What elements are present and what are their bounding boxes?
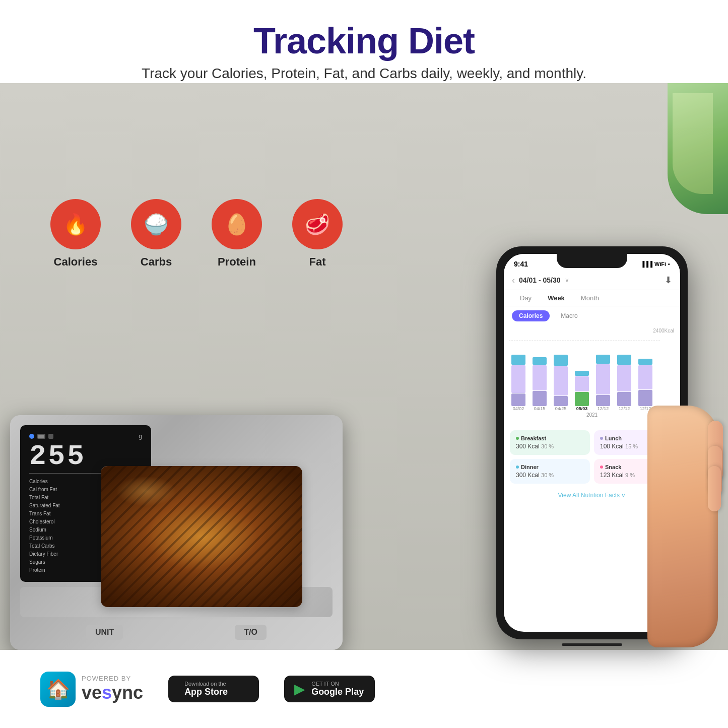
scale-wrapper: g 255 Calories 318.0 Kcal Cal from Fat 1… bbox=[10, 415, 343, 650]
bar-purple-4 bbox=[575, 376, 589, 391]
vesync-icon: 🏠 bbox=[40, 672, 76, 707]
phone-time: 9:41 bbox=[514, 260, 528, 268]
bar-stack-2 bbox=[533, 351, 547, 406]
tab-week[interactable]: Week bbox=[540, 290, 573, 306]
date-label-5: 12/12 bbox=[596, 406, 610, 411]
page-subtitle: Track your Calories, Protein, Fat, and C… bbox=[0, 65, 728, 82]
tare-button[interactable]: T/O bbox=[235, 625, 267, 640]
date-label-4: 05/03 bbox=[575, 406, 589, 411]
meal-card-breakfast: Breakfast 300 Kcal 30 % bbox=[510, 430, 590, 455]
powered-by-label: POWERED BY bbox=[82, 675, 143, 682]
bar-purple-7 bbox=[638, 365, 652, 389]
page-wrapper: Tracking Diet Track your Calories, Prote… bbox=[0, 0, 728, 728]
google-play-text: GET IT ON Google Play bbox=[311, 681, 364, 697]
breakfast-name: Breakfast bbox=[516, 435, 584, 441]
google-play-top: GET IT ON bbox=[311, 681, 364, 687]
google-play-icon: ▶ bbox=[294, 681, 305, 697]
bar-teal-1 bbox=[511, 355, 525, 365]
lunch-dot bbox=[600, 437, 603, 440]
main-content: 🔥 Calories 🍚 Carbs 🥚 Protein 🥩 Fat bbox=[0, 83, 728, 728]
icon-row: 🔥 Calories 🍚 Carbs 🥚 Protein 🥩 Fat bbox=[50, 199, 343, 269]
sub-tab-row: Calories Macro bbox=[504, 306, 680, 325]
page-title: Tracking Diet bbox=[0, 20, 728, 61]
battery-icon bbox=[37, 434, 45, 439]
carbs-icon-item: 🍚 Carbs bbox=[131, 199, 181, 269]
bar-teal-2 bbox=[533, 357, 547, 365]
tab-day[interactable]: Day bbox=[512, 290, 540, 306]
scale-unit: g bbox=[139, 433, 142, 440]
chart-dashed-line bbox=[509, 341, 660, 341]
app-store-button[interactable]: Download on the App Store bbox=[168, 676, 259, 702]
vesync-text-block: POWERED BY vesync bbox=[82, 675, 143, 703]
bar-teal-6 bbox=[617, 355, 631, 365]
sub-tab-calories[interactable]: Calories bbox=[512, 310, 550, 321]
calories-label: Calories bbox=[54, 255, 98, 269]
chart-bars bbox=[509, 325, 675, 406]
fat-icon-item: 🥩 Fat bbox=[292, 199, 343, 269]
vesync-app-icon: 🏠 bbox=[46, 678, 70, 700]
fat-label: Fat bbox=[309, 255, 326, 269]
bar-stack-4 bbox=[575, 351, 589, 406]
bar-stack-3 bbox=[554, 351, 568, 406]
carbs-icon-circle: 🍚 bbox=[131, 199, 181, 249]
bar-group-6 bbox=[617, 351, 631, 406]
meal-card-dinner: Dinner 300 Kcal 30 % bbox=[510, 459, 590, 484]
vesync-brand-name: vesync bbox=[82, 682, 143, 703]
lunch-percent: 15 % bbox=[625, 443, 638, 449]
google-play-button[interactable]: ▶ GET IT ON Google Play bbox=[284, 676, 375, 702]
fat-icon-circle: 🥩 bbox=[292, 199, 343, 249]
bar-darkpurple-6 bbox=[617, 392, 631, 406]
bar-stack-7 bbox=[638, 351, 652, 406]
bar-group-7 bbox=[638, 351, 652, 406]
bar-green-4 bbox=[575, 392, 589, 406]
date-range-section: ‹ 04/01 - 05/30 ∨ bbox=[512, 275, 569, 286]
status-icons: ▐▐▐ WiFi ▪ bbox=[641, 261, 670, 267]
date-label-2: 04/15 bbox=[533, 406, 547, 411]
bar-purple-1 bbox=[511, 365, 525, 393]
tab-month[interactable]: Month bbox=[573, 290, 607, 306]
calories-icon-circle: 🔥 bbox=[50, 199, 101, 249]
breakfast-dot bbox=[516, 437, 519, 440]
app-header: ‹ 04/01 - 05/30 ∨ ⬇ bbox=[504, 271, 680, 290]
view-all-chevron-icon: ∨ bbox=[621, 492, 626, 499]
vesync-badge: 🏠 POWERED BY vesync bbox=[40, 672, 143, 707]
bar-darkpurple-2 bbox=[533, 391, 547, 406]
snack-percent: 9 % bbox=[625, 472, 635, 478]
bar-purple-3 bbox=[554, 366, 568, 395]
unit-button[interactable]: UNIT bbox=[86, 625, 123, 640]
bar-teal-7 bbox=[638, 359, 652, 365]
date-label-6: 12/12 bbox=[617, 406, 631, 411]
dinner-percent: 30 % bbox=[541, 472, 554, 478]
chart-max-label: 2400Kcal bbox=[653, 328, 674, 334]
protein-label: Protein bbox=[218, 255, 256, 269]
back-chevron-icon[interactable]: ‹ bbox=[512, 275, 515, 286]
phone-home-indicator bbox=[562, 643, 622, 646]
dropdown-chevron-icon[interactable]: ∨ bbox=[565, 277, 569, 284]
bar-group-1 bbox=[511, 351, 525, 406]
bar-stack-6 bbox=[617, 351, 631, 406]
dinner-dot bbox=[516, 466, 519, 469]
bar-purple-2 bbox=[533, 365, 547, 390]
signal-icon: ▐▐▐ bbox=[641, 261, 652, 267]
kitchen-scale: g 255 Calories 318.0 Kcal Cal from Fat 1… bbox=[10, 415, 343, 650]
date-label-1: 04/02 bbox=[511, 406, 525, 411]
breakfast-percent: 30 % bbox=[541, 443, 554, 449]
app-store-text: Download on the App Store bbox=[184, 681, 228, 697]
chicken-food bbox=[101, 466, 302, 607]
sub-tab-macro[interactable]: Macro bbox=[554, 310, 584, 321]
date-label-3: 04/25 bbox=[554, 406, 568, 411]
unit-icon bbox=[48, 434, 53, 439]
bar-darkpurple-1 bbox=[511, 393, 525, 406]
plate-area bbox=[101, 466, 312, 622]
bar-group-3 bbox=[554, 351, 568, 406]
bar-purple-6 bbox=[617, 365, 631, 391]
calories-icon-item: 🔥 Calories bbox=[50, 199, 101, 269]
bar-stack-5 bbox=[596, 351, 610, 406]
phone-notch bbox=[557, 254, 627, 268]
download-icon[interactable]: ⬇ bbox=[665, 275, 672, 286]
period-tab-row: Day Week Month bbox=[504, 290, 680, 306]
scale-indicator-icons bbox=[29, 434, 53, 439]
battery-icon: ▪ bbox=[668, 261, 670, 267]
scale-display-header: g bbox=[29, 433, 142, 440]
bar-darkpurple-3 bbox=[554, 396, 568, 406]
